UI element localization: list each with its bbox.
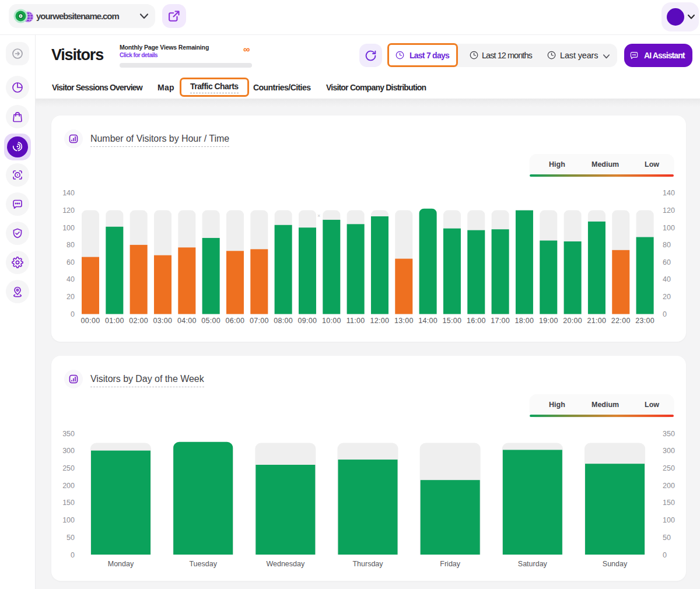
svg-text:0: 0 — [663, 310, 667, 318]
svg-text:11:00: 11:00 — [346, 317, 365, 325]
svg-text:50: 50 — [66, 534, 75, 542]
svg-text:40: 40 — [66, 275, 75, 283]
svg-text:02:00: 02:00 — [129, 317, 148, 325]
svg-text:15:00: 15:00 — [443, 317, 462, 325]
svg-text:22:00: 22:00 — [611, 317, 631, 325]
svg-text:150: 150 — [62, 499, 75, 507]
svg-text:40: 40 — [663, 275, 671, 283]
svg-text:05:00: 05:00 — [201, 317, 220, 325]
svg-text:Wednesday: Wednesday — [266, 560, 305, 568]
svg-text:18:00: 18:00 — [515, 317, 534, 325]
svg-text:Monday: Monday — [108, 560, 134, 568]
svg-text:50: 50 — [663, 534, 671, 542]
svg-text:350: 350 — [663, 430, 675, 438]
svg-text:Tuesday: Tuesday — [189, 560, 217, 568]
svg-text:23:00: 23:00 — [635, 317, 654, 325]
svg-text:250: 250 — [62, 464, 75, 472]
svg-text:140: 140 — [663, 189, 675, 197]
svg-text:07:00: 07:00 — [250, 317, 269, 325]
svg-text:×: × — [317, 213, 320, 219]
svg-text:100: 100 — [62, 224, 75, 232]
svg-text:17:00: 17:00 — [491, 317, 510, 325]
svg-text:20: 20 — [66, 293, 75, 301]
svg-text:08:00: 08:00 — [274, 317, 293, 325]
svg-text:04:00: 04:00 — [177, 317, 197, 325]
svg-text:140: 140 — [62, 189, 75, 197]
svg-text:300: 300 — [663, 447, 675, 455]
svg-text:80: 80 — [663, 241, 671, 249]
svg-text:0: 0 — [71, 551, 75, 559]
svg-text:20: 20 — [663, 293, 671, 301]
svg-text:Thursday: Thursday — [352, 560, 383, 568]
svg-text:12:00: 12:00 — [370, 317, 390, 325]
svg-text:300: 300 — [62, 447, 75, 455]
svg-text:100: 100 — [663, 224, 675, 232]
svg-text:60: 60 — [663, 258, 671, 267]
svg-text:350: 350 — [62, 430, 75, 438]
svg-text:Friday: Friday — [440, 560, 460, 568]
svg-text:03:00: 03:00 — [153, 317, 173, 325]
svg-text:Saturday: Saturday — [518, 560, 548, 568]
svg-text:06:00: 06:00 — [226, 317, 245, 325]
svg-text:10:00: 10:00 — [322, 317, 341, 325]
svg-text:120: 120 — [62, 206, 75, 215]
svg-text:150: 150 — [663, 499, 675, 507]
svg-text:01:00: 01:00 — [105, 317, 124, 325]
svg-text:60: 60 — [66, 258, 75, 267]
svg-text:09:00: 09:00 — [298, 317, 317, 325]
svg-text:0: 0 — [71, 310, 75, 318]
svg-text:14:00: 14:00 — [418, 317, 438, 325]
svg-text:0: 0 — [663, 551, 667, 559]
svg-text:200: 200 — [663, 482, 675, 490]
svg-text:80: 80 — [66, 241, 75, 249]
svg-text:13:00: 13:00 — [394, 317, 414, 325]
svg-text:20:00: 20:00 — [563, 317, 582, 325]
svg-text:100: 100 — [663, 516, 675, 524]
svg-text:00:00: 00:00 — [81, 317, 100, 325]
svg-text:250: 250 — [663, 464, 675, 472]
svg-text:100: 100 — [62, 516, 75, 524]
svg-text:Sunday: Sunday — [603, 560, 628, 568]
svg-text:19:00: 19:00 — [539, 317, 558, 325]
svg-text:120: 120 — [663, 206, 675, 215]
svg-text:200: 200 — [62, 482, 75, 490]
svg-text:16:00: 16:00 — [467, 317, 486, 325]
svg-text:21:00: 21:00 — [587, 317, 607, 325]
